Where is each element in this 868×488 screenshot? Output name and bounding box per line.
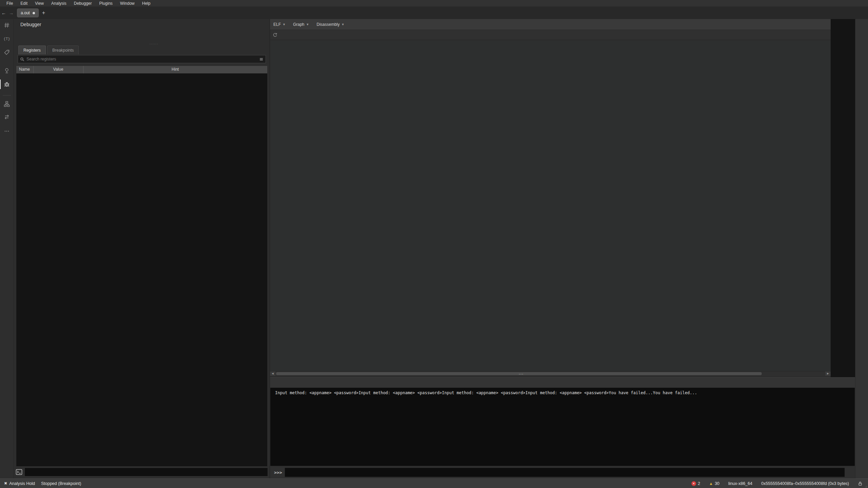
function-signature-bar [270, 30, 831, 40]
new-tab-button[interactable]: + [42, 10, 45, 16]
resize-grip[interactable]: ⣠ [865, 484, 867, 487]
column-name: Name [19, 67, 30, 72]
warning-icon: ▲ [709, 481, 713, 486]
search-icon [20, 57, 24, 62]
panel-drag-handle[interactable]: ······ [149, 42, 158, 46]
menu-help[interactable]: Help [138, 0, 154, 6]
tab-a-out[interactable]: a.out [17, 8, 39, 17]
debugger-panel-title: Debugger [20, 22, 41, 27]
reanalyze-icon[interactable] [273, 33, 277, 37]
scroll-right-icon[interactable]: ► [825, 371, 831, 376]
menu-analysis[interactable]: Analysis [48, 0, 70, 6]
menu-plugins[interactable]: Plugins [95, 0, 116, 6]
graph-canvas[interactable] [270, 40, 831, 371]
console-input[interactable] [285, 468, 845, 477]
console-tab-bar [270, 377, 855, 387]
warning-count[interactable]: ▲30 [709, 481, 720, 486]
memory-pin-icon[interactable] [3, 67, 11, 75]
binary-ninja-window: FileEditViewAnalysisDebuggerPluginsWindo… [0, 0, 868, 488]
platform-label: linux-x86_64 [728, 481, 753, 486]
tab-label: a.out [21, 11, 30, 15]
column-hint: Hint [83, 67, 267, 72]
right-sidebar [855, 19, 868, 478]
console-output[interactable]: Input method: <appname> <password>Input … [270, 387, 855, 466]
search-registers-input[interactable] [26, 57, 257, 62]
menu-window[interactable]: Window [116, 0, 139, 6]
tag-icon[interactable] [3, 48, 11, 56]
menu-edit[interactable]: Edit [17, 0, 31, 6]
lock-icon[interactable] [858, 481, 863, 486]
more-icon[interactable] [3, 127, 11, 135]
tab-breakpoints[interactable]: Breakpoints [47, 46, 79, 54]
swap-icon[interactable] [3, 113, 11, 121]
back-arrow-icon[interactable]: ← [0, 10, 7, 16]
register-table [16, 73, 267, 466]
terminal-icon[interactable] [16, 469, 22, 475]
cancel-analysis-icon[interactable]: ✖ [4, 481, 7, 486]
layout-dropdown[interactable]: Graph▼ [293, 22, 309, 27]
forward-arrow-icon[interactable]: → [7, 10, 15, 16]
hierarchy-icon[interactable] [3, 100, 11, 108]
search-options-icon[interactable] [259, 57, 264, 62]
error-icon: ✕ [691, 481, 696, 486]
column-value: Value [33, 67, 83, 72]
svg-text:{T}: {T} [4, 37, 10, 41]
script-console-row [16, 467, 268, 477]
graph-horizontal-scrollbar[interactable]: ◄ ► ••• [270, 371, 831, 376]
debugger-state: Stopped (Breakpoint) [41, 481, 81, 486]
tab-bar: ← → a.out + [0, 7, 868, 19]
menu-view[interactable]: View [31, 0, 48, 6]
menu-debugger[interactable]: Debugger [70, 0, 96, 6]
feature-map[interactable] [831, 19, 855, 377]
active-sidebar-indicator [0, 80, 1, 89]
menu-file[interactable]: File [3, 0, 17, 6]
view-type-dropdown[interactable]: ELF▼ [273, 22, 286, 27]
scroll-left-icon[interactable]: ◄ [270, 371, 275, 376]
analysis-hold[interactable]: ✖Analysis Hold [4, 481, 35, 486]
error-count[interactable]: ✕2 [691, 481, 700, 486]
tab-registers[interactable]: Registers [18, 46, 46, 54]
types-icon[interactable]: {T} [3, 35, 11, 43]
console-prompt-row: >>> [270, 467, 855, 478]
view-header: ELF▼ Graph▼ Disassembly▼ [270, 19, 831, 30]
script-console-input[interactable] [24, 468, 268, 476]
selection-range: 0x5555554008fa–0x5555554008fd (0x3 bytes… [761, 481, 849, 486]
graph-edges [270, 40, 831, 371]
status-bar: ✖Analysis Hold Stopped (Breakpoint) ✕2 ▲… [0, 478, 868, 488]
debugger-panel: Debugger ······ Registers Breakpoints Na… [14, 19, 270, 478]
left-sidebar: {T} [0, 19, 14, 478]
register-table-header: Name Value Hint [16, 66, 267, 73]
bug-icon[interactable] [3, 80, 11, 88]
mode-dropdown[interactable]: Disassembly▼ [317, 22, 344, 27]
scrollbar-thumb[interactable]: ••• [276, 372, 762, 375]
register-search [18, 55, 266, 63]
menu-bar: FileEditViewAnalysisDebuggerPluginsWindo… [0, 0, 868, 7]
modified-dot-icon [33, 12, 35, 14]
hash-icon[interactable] [3, 21, 11, 29]
prompt-label: >>> [274, 470, 282, 475]
